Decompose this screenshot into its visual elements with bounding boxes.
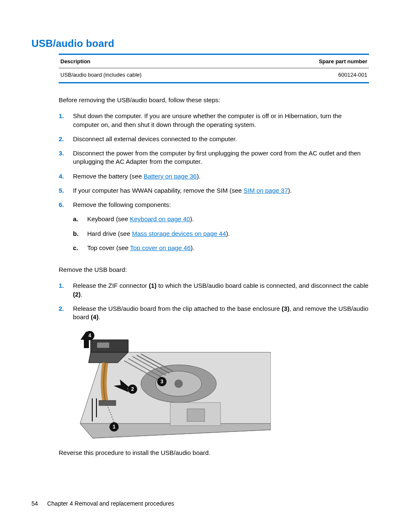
list-item: c. Top cover (see Top cover on page 46). — [73, 244, 369, 252]
list-content: Hard drive (see Mass storage devices on … — [87, 230, 369, 238]
list-content: Remove the following components: a. Keyb… — [73, 201, 369, 258]
list-marker: b. — [73, 230, 87, 238]
list-content: Disconnect the power from the computer b… — [73, 149, 369, 166]
text: Release the USB/audio board from the cli… — [73, 305, 282, 312]
list-content: Disconnect all external devices connecte… — [73, 135, 369, 143]
list-marker: 5. — [59, 186, 73, 195]
remove-intro: Remove the USB board: — [59, 266, 369, 274]
list-content: If your computer has WWAN capability, re… — [73, 186, 369, 195]
callout-1: 1 — [113, 424, 116, 430]
list-content: Remove the battery (see Battery on page … — [73, 172, 369, 181]
body-block: Before removing the USB/audio board, fol… — [59, 96, 369, 457]
text: Remove the following components: — [73, 201, 171, 208]
closing-text: Reverse this procedure to install the US… — [59, 449, 369, 457]
svg-rect-14 — [97, 342, 109, 348]
list-item: b. Hard drive (see Mass storage devices … — [73, 230, 369, 238]
text: . — [81, 291, 82, 298]
callout-ref: (2) — [73, 291, 81, 298]
cell-description: USB/audio board (includes cable) — [59, 68, 251, 83]
page: USB/audio board Description Spare part n… — [0, 0, 400, 532]
link-top-cover[interactable]: Top cover on page 46 — [130, 244, 190, 251]
removal-steps-list: 1. Release the ZIF connector (1) to whic… — [59, 281, 369, 321]
text: ). — [197, 173, 200, 180]
list-item: a. Keyboard (see Keyboard on page 40). — [73, 215, 369, 223]
link-sim[interactable]: SIM on page 37 — [244, 187, 288, 194]
cell-part-number: 600124-001 — [251, 68, 369, 83]
prep-steps-list: 1. Shut down the computer. If you are un… — [59, 112, 369, 258]
link-mass-storage[interactable]: Mass storage devices on page 44 — [132, 230, 226, 237]
table-row: USB/audio board (includes cable) 600124-… — [59, 68, 369, 83]
text: ). — [190, 215, 194, 222]
list-item: 5. If your computer has WWAN capability,… — [59, 186, 369, 195]
page-number: 54 — [31, 500, 38, 507]
text: Remove the battery (see — [73, 173, 143, 180]
list-item: 2. Release the USB/audio board from the … — [59, 305, 369, 322]
text: to which the USB/audio board cable is co… — [156, 282, 368, 289]
list-item: 1. Shut down the computer. If you are un… — [59, 112, 369, 129]
text: ). — [288, 187, 292, 194]
svg-rect-15 — [99, 400, 116, 405]
page-footer: 54 Chapter 4 Removal and replacement pro… — [31, 500, 174, 507]
text: ). — [226, 230, 230, 237]
text: Keyboard (see — [87, 215, 130, 222]
callout-4: 4 — [88, 333, 91, 338]
header-description: Description — [59, 54, 251, 68]
intro-text: Before removing the USB/audio board, fol… — [59, 96, 369, 104]
chapter-title: Chapter 4 Removal and replacement proced… — [47, 500, 174, 507]
list-content: Top cover (see Top cover on page 46). — [87, 244, 369, 252]
list-marker: 1. — [59, 281, 73, 299]
list-marker: a. — [73, 215, 87, 223]
sub-steps-list: a. Keyboard (see Keyboard on page 40). b… — [73, 215, 369, 252]
list-marker: 2. — [59, 135, 73, 143]
list-marker: 1. — [59, 112, 73, 129]
list-item: 3. Disconnect the power from the compute… — [59, 149, 369, 166]
list-marker: 2. — [59, 305, 73, 322]
text: ). — [191, 244, 195, 251]
list-content: Release the USB/audio board from the cli… — [73, 305, 369, 322]
link-keyboard[interactable]: Keyboard on page 40 — [130, 215, 190, 222]
callout-ref: (1) — [149, 282, 156, 289]
text: Top cover (see — [87, 244, 130, 251]
list-item: 2. Disconnect all external devices conne… — [59, 135, 369, 143]
list-content: Keyboard (see Keyboard on page 40). — [87, 215, 369, 223]
list-item: 4. Remove the battery (see Battery on pa… — [59, 172, 369, 181]
svg-point-4 — [174, 380, 183, 388]
header-part-number: Spare part number — [251, 54, 369, 68]
table-header-row: Description Spare part number — [59, 54, 369, 68]
svg-rect-6 — [187, 409, 205, 421]
list-content: Shut down the computer. If you are unsur… — [73, 112, 369, 129]
illustration: 1 2 3 4 — [74, 327, 271, 439]
list-item: 6. Remove the following components: a. K… — [59, 201, 369, 258]
callout-ref: (4) — [91, 313, 99, 320]
callout-ref: (3) — [282, 305, 289, 312]
callout-2: 2 — [131, 386, 134, 392]
list-marker: c. — [73, 244, 87, 252]
list-content: Release the ZIF connector (1) to which t… — [73, 281, 369, 299]
text: . — [99, 313, 100, 320]
text: Hard drive (see — [87, 230, 132, 237]
section-title: USB/audio board — [31, 38, 369, 49]
text: If your computer has WWAN capability, re… — [73, 187, 244, 194]
callout-3: 3 — [161, 379, 164, 385]
text: Release the ZIF connector — [73, 282, 149, 289]
list-marker: 3. — [59, 149, 73, 166]
list-item: 1. Release the ZIF connector (1) to whic… — [59, 281, 369, 299]
link-battery[interactable]: Battery on page 36 — [143, 173, 197, 180]
list-marker: 4. — [59, 172, 73, 181]
list-marker: 6. — [59, 201, 73, 258]
parts-table: Description Spare part number USB/audio … — [59, 54, 369, 83]
